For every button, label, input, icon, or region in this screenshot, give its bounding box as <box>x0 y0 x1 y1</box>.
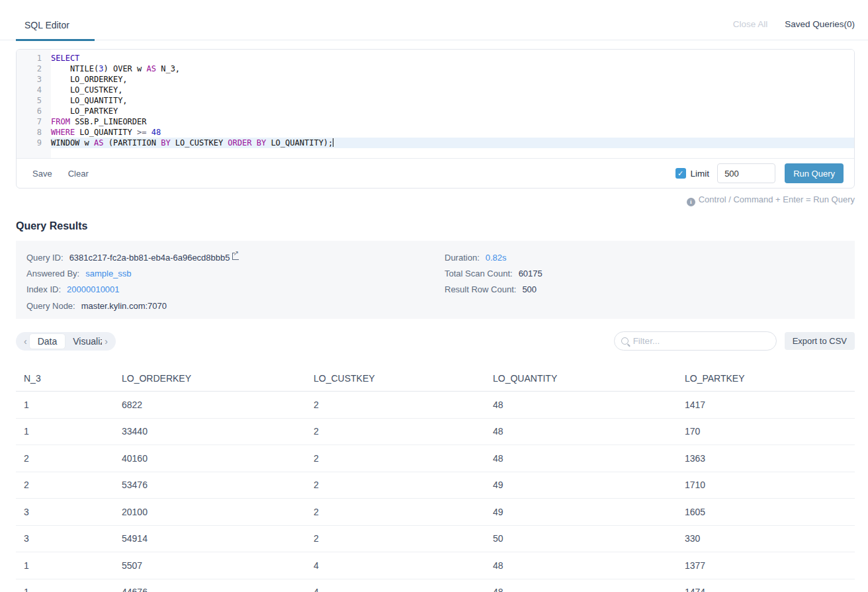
saved-queries-button[interactable]: Saved Queries(0) <box>785 19 855 29</box>
line-number: 4 <box>17 85 51 95</box>
column-header: LO_CUSTKEY <box>314 368 493 392</box>
export-csv-button[interactable]: Export to CSV <box>785 332 855 350</box>
table-cell: 2 <box>314 499 493 526</box>
info-value: master.kylin.com:7070 <box>81 301 167 311</box>
text-cursor <box>333 138 333 147</box>
chevron-left-icon[interactable]: ‹ <box>21 333 30 350</box>
table-cell: 2 <box>16 445 122 472</box>
info-value-link[interactable]: 20000010001 <box>67 284 120 294</box>
info-field: Index ID:20000010001 <box>26 282 855 298</box>
table-row: 133440248170 <box>16 418 855 445</box>
results-toolbar: ‹ Data Visualization › Export to CSV <box>16 331 855 351</box>
line-number: 1 <box>17 53 51 63</box>
table-cell: 48 <box>493 392 685 419</box>
info-field: Query ID:6381c217-fc2a-bb81-eb4a-6a96ecd… <box>26 249 855 265</box>
search-icon <box>621 337 629 345</box>
code-line: 7FROM SSB.P_LINEORDER <box>17 116 854 127</box>
tab-sql-editor[interactable]: SQL Editor <box>16 20 95 41</box>
column-header: N_3 <box>16 368 122 392</box>
code-line-text: LO_QUANTITY, <box>51 95 854 106</box>
tab-visualization[interactable]: Visualization <box>65 334 102 349</box>
line-number: 8 <box>17 127 51 138</box>
table-cell: 2 <box>314 418 493 445</box>
run-query-button[interactable]: Run Query <box>785 163 844 183</box>
close-all-button[interactable]: Close All <box>733 19 768 29</box>
info-value-link[interactable]: sample_ssb <box>85 269 131 278</box>
code-line-text: LO_ORDERKEY, <box>51 74 854 85</box>
save-button[interactable]: Save <box>32 169 52 179</box>
table-cell: 50 <box>493 525 685 552</box>
column-header: LO_ORDERKEY <box>122 368 314 392</box>
column-header: LO_PARTKEY <box>685 368 855 392</box>
table-cell: 1474 <box>685 579 855 592</box>
code-line: 1SELECT <box>17 53 854 63</box>
table-row: 2534762491710 <box>16 472 855 499</box>
code-line-text: LO_CUSTKEY, <box>51 85 854 95</box>
table-cell: 33440 <box>122 418 314 445</box>
code-line-text: WINDOW w AS (PARTITION BY LO_CUSTKEY ORD… <box>51 138 854 148</box>
code-line: 4 LO_CUSTKEY, <box>17 85 854 95</box>
table-cell: 1363 <box>685 445 855 472</box>
info-value-link[interactable]: 0.82s <box>486 253 507 263</box>
code-line: 8WHERE LO_QUANTITY >= 48 <box>17 127 854 138</box>
info-label: Index ID: <box>26 284 61 294</box>
shortcut-hint: iControl / Command + Enter = Run Query <box>0 194 855 206</box>
limit-checkbox[interactable]: ✓ <box>675 168 686 179</box>
info-label: Duration: <box>445 253 480 263</box>
filter-box <box>614 331 777 351</box>
external-link-icon[interactable] <box>232 253 239 260</box>
results-table: N_3LO_ORDERKEYLO_CUSTKEYLO_QUANTITYLO_PA… <box>16 368 855 592</box>
info-field: Query Node:master.kylin.com:7070 <box>26 298 855 314</box>
table-cell: 4 <box>314 579 493 592</box>
line-number: 9 <box>17 138 51 148</box>
table-cell: 2 <box>314 525 493 552</box>
tab-bar-actions: Close All Saved Queries(0) <box>733 19 855 40</box>
table-cell: 1 <box>16 392 122 419</box>
tab-data[interactable]: Data <box>30 334 65 349</box>
query-info-left-column: Query ID:6381c217-fc2a-bb81-eb4a-6a96ecd… <box>26 249 855 314</box>
result-view-switcher: ‹ Data Visualization › <box>16 332 116 351</box>
code-line-text: SELECT <box>51 53 854 63</box>
table-cell: 2 <box>314 445 493 472</box>
table-cell: 48 <box>493 552 685 579</box>
info-label: Total Scan Count: <box>445 269 513 278</box>
code-line-text: FROM SSB.P_LINEORDER <box>51 116 854 127</box>
table-cell: 1 <box>16 552 122 579</box>
limit-input[interactable] <box>717 163 775 183</box>
table-row: 3201002491605 <box>16 499 855 526</box>
table-cell: 3 <box>16 499 122 526</box>
table-cell: 49 <box>493 499 685 526</box>
table-cell: 3 <box>16 525 122 552</box>
code-line: 5 LO_QUANTITY, <box>17 95 854 106</box>
table-row: 155074481377 <box>16 552 855 579</box>
table-cell: 2 <box>314 472 493 499</box>
table-cell: 1 <box>16 579 122 592</box>
table-cell: 6822 <box>122 392 314 419</box>
code-line: 9WINDOW w AS (PARTITION BY LO_CUSTKEY OR… <box>17 138 854 148</box>
chevron-right-icon[interactable]: › <box>102 333 110 350</box>
code-line: 2 NTILE(3) OVER w AS N_3, <box>17 63 854 74</box>
query-results-heading: Query Results <box>16 220 868 232</box>
code-editor[interactable]: 1SELECT2 NTILE(3) OVER w AS N_3,3 LO_ORD… <box>17 50 854 158</box>
clear-button[interactable]: Clear <box>68 169 89 179</box>
shortcut-hint-text: Control / Command + Enter = Run Query <box>699 194 855 204</box>
line-number: 5 <box>17 95 51 106</box>
info-label: Query Node: <box>26 301 75 311</box>
line-number: 3 <box>17 74 51 85</box>
table-cell: 44676 <box>122 579 314 592</box>
sql-editor-card: 1SELECT2 NTILE(3) OVER w AS N_3,3 LO_ORD… <box>16 49 855 189</box>
line-number: 6 <box>17 106 51 116</box>
table-cell: 48 <box>493 418 685 445</box>
info-label: Result Row Count: <box>445 284 516 294</box>
toolbar-right: Export to CSV <box>614 331 855 351</box>
table-row: 168222481417 <box>16 392 855 419</box>
table-cell: 4 <box>314 552 493 579</box>
editor-tab-bar: SQL Editor Close All Saved Queries(0) <box>0 0 868 40</box>
filter-input[interactable] <box>633 336 769 346</box>
limit-label: Limit <box>691 169 710 179</box>
table-cell: 49 <box>493 472 685 499</box>
line-number: 7 <box>17 116 51 127</box>
column-header: LO_QUANTITY <box>493 368 685 392</box>
table-cell: 330 <box>685 525 855 552</box>
table-cell: 20100 <box>122 499 314 526</box>
